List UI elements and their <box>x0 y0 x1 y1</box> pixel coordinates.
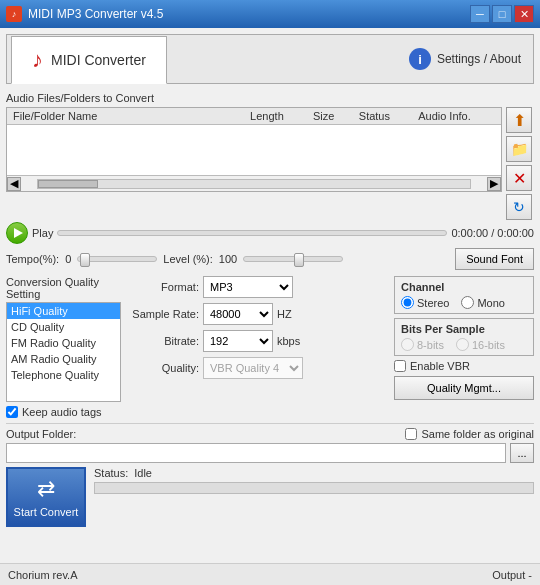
level-slider[interactable] <box>243 256 343 262</box>
output-label: Output Folder: <box>6 428 76 440</box>
bitrate-label: Bitrate: <box>127 335 199 347</box>
stereo-radio[interactable] <box>401 296 414 309</box>
status-row: Status: Idle <box>94 467 534 479</box>
bits-title: Bits Per Sample <box>401 323 527 335</box>
8bits-radio[interactable] <box>401 338 414 351</box>
add-file-button[interactable]: ⬆ <box>506 107 532 133</box>
stereo-option[interactable]: Stereo <box>401 296 449 309</box>
minimize-button[interactable]: ─ <box>470 5 490 23</box>
bitrate-select[interactable]: 128 192 256 320 <box>203 330 273 352</box>
quality-item-0[interactable]: HiFi Quality <box>7 303 120 319</box>
scrollbar-track[interactable] <box>37 179 471 189</box>
same-folder-label[interactable]: Same folder as original <box>405 428 534 440</box>
settings-tab-label[interactable]: Settings / About <box>437 52 521 66</box>
midi-tab-label: MIDI Converter <box>51 52 146 68</box>
quality-item-3[interactable]: AM Radio Quality <box>7 351 120 367</box>
output-path-row: ... <box>6 443 534 463</box>
remove-icon: ✕ <box>513 169 526 188</box>
tab-midi-converter[interactable]: ♪ MIDI Converter <box>11 36 167 84</box>
enable-vbr-checkbox[interactable] <box>394 360 406 372</box>
files-section-label: Audio Files/Folders to Convert <box>6 92 534 104</box>
file-action-buttons: ⬆ 📁 ✕ ↻ <box>506 107 534 220</box>
tempo-row: Tempo(%): 0 Level (%): 100 Sound Font <box>6 248 534 270</box>
quality-item-1[interactable]: CD Quality <box>7 319 120 335</box>
status-progress-bar <box>94 482 534 494</box>
channel-title: Channel <box>401 281 527 293</box>
close-button[interactable]: ✕ <box>514 5 534 23</box>
convert-status-row: ⇄ Start Convert Status: Idle <box>6 467 534 527</box>
add-file-icon: ⬆ <box>513 111 526 130</box>
col-size: Size <box>307 108 353 125</box>
same-folder-checkbox[interactable] <box>405 428 417 440</box>
enable-vbr-label: Enable VBR <box>410 360 470 372</box>
quality-list[interactable]: HiFi Quality CD Quality FM Radio Quality… <box>6 302 121 402</box>
quality-mgmt-button[interactable]: Quality Mgmt... <box>394 376 534 400</box>
tempo-slider-thumb[interactable] <box>80 253 90 267</box>
format-label: Format: <box>127 281 199 293</box>
keep-tags-label: Keep audio tags <box>22 406 102 418</box>
bitrate-unit: kbps <box>277 335 300 347</box>
format-select[interactable]: MP3 WAV OGG <box>203 276 293 298</box>
time-display: 0:00:00 / 0:00:00 <box>451 227 534 239</box>
16bits-radio[interactable] <box>456 338 469 351</box>
sample-rate-label: Sample Rate: <box>127 308 199 320</box>
level-slider-thumb[interactable] <box>294 253 304 267</box>
file-table-container: File/Folder Name Length Size Status Audi… <box>6 107 502 192</box>
bottom-bar: Chorium rev.A Output - <box>0 563 540 585</box>
keep-tags-row: Keep audio tags <box>6 406 534 418</box>
play-button[interactable] <box>6 222 28 244</box>
bits-options: 8-bits 16-bits <box>401 338 527 351</box>
sample-rate-row: Sample Rate: 44100 48000 22050 HZ <box>127 303 388 325</box>
refresh-icon: ↻ <box>513 199 525 215</box>
col-length: Length <box>244 108 307 125</box>
scrollbar-thumb[interactable] <box>38 180 98 188</box>
title-bar: ♪ MIDI MP3 Converter v4.5 ─ □ ✕ <box>0 0 540 28</box>
browse-button[interactable]: ... <box>510 443 534 463</box>
music-note-icon: ♪ <box>32 49 43 71</box>
channel-panel: Channel Stereo Mono <box>394 276 534 314</box>
sound-font-button[interactable]: Sound Font <box>455 248 534 270</box>
output-path-input[interactable] <box>6 443 506 463</box>
quality-label: Quality: <box>127 362 199 374</box>
quality-select[interactable]: VBR Quality 4 <box>203 357 303 379</box>
quality-row: Quality: VBR Quality 4 <box>127 357 388 379</box>
tempo-slider[interactable] <box>77 256 157 262</box>
start-convert-button[interactable]: ⇄ Start Convert <box>6 467 86 527</box>
refresh-button[interactable]: ↻ <box>506 194 532 220</box>
channel-options: Stereo Mono <box>401 296 527 309</box>
quality-item-4[interactable]: Telephone Quality <box>7 367 120 383</box>
quality-item-2[interactable]: FM Radio Quality <box>7 335 120 351</box>
8bits-option[interactable]: 8-bits <box>401 338 444 351</box>
scroll-left-btn[interactable]: ◀ <box>7 177 21 191</box>
playback-progress[interactable] <box>57 230 447 236</box>
info-icon[interactable]: i <box>409 48 431 70</box>
mono-option[interactable]: Mono <box>461 296 505 309</box>
play-label: Play <box>32 227 53 239</box>
lower-section: Conversion Quality Setting HiFi Quality … <box>6 276 534 402</box>
col-filename: File/Folder Name <box>7 108 244 125</box>
scroll-right-btn[interactable]: ▶ <box>487 177 501 191</box>
keep-tags-checkbox[interactable] <box>6 406 18 418</box>
app-icon: ♪ <box>6 6 22 22</box>
status-value: Idle <box>134 467 152 479</box>
sample-rate-select[interactable]: 44100 48000 22050 <box>203 303 273 325</box>
tempo-label: Tempo(%): <box>6 253 59 265</box>
maximize-button[interactable]: □ <box>492 5 512 23</box>
file-table: File/Folder Name Length Size Status Audi… <box>7 108 501 125</box>
col-audio-info: Audio Info. <box>412 108 501 125</box>
window-title: MIDI MP3 Converter v4.5 <box>28 7 163 21</box>
status-label: Status: <box>94 467 128 479</box>
add-folder-button[interactable]: 📁 <box>506 136 532 162</box>
level-label: Level (%): <box>163 253 213 265</box>
status-column: Status: Idle <box>94 467 534 494</box>
quality-column: Conversion Quality Setting HiFi Quality … <box>6 276 121 402</box>
add-folder-icon: 📁 <box>511 141 528 157</box>
mono-radio[interactable] <box>461 296 474 309</box>
settings-column: Format: MP3 WAV OGG Sample Rate: 44100 4… <box>127 276 388 402</box>
remove-button[interactable]: ✕ <box>506 165 532 191</box>
nav-right: i Settings / About <box>409 48 533 70</box>
bottom-right: Output - <box>492 569 532 581</box>
16bits-option[interactable]: 16-bits <box>456 338 505 351</box>
horizontal-scrollbar[interactable]: ◀ ▶ <box>7 175 501 191</box>
convert-label: Start Convert <box>14 506 79 518</box>
